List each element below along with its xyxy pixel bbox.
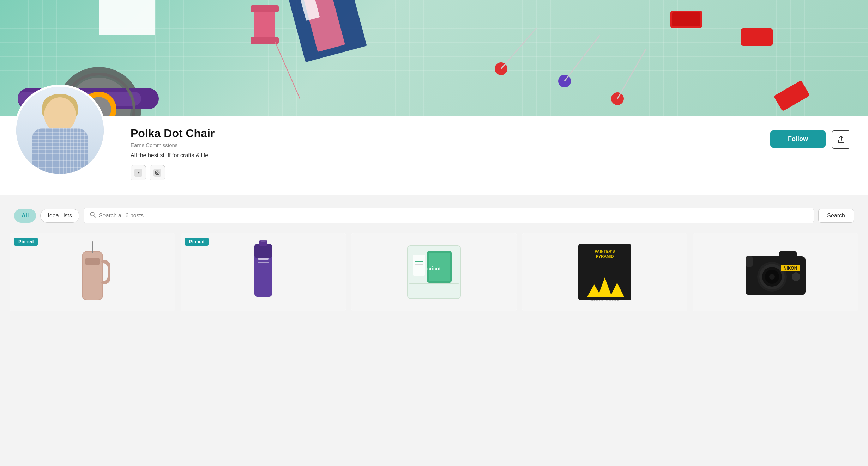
product-card-3[interactable]: cricut	[351, 233, 517, 311]
product-image-5: NIKON	[693, 233, 858, 311]
svg-rect-38	[254, 244, 272, 258]
search-input[interactable]	[99, 213, 808, 219]
nikon-camera-image: NIKON	[744, 246, 807, 299]
product-card-5[interactable]: NIKON	[693, 233, 858, 311]
profile-name: Polka Dot Chair	[131, 127, 854, 140]
svg-line-15	[501, 28, 536, 69]
svg-rect-21	[672, 12, 700, 26]
svg-rect-22	[741, 28, 773, 46]
svg-text:PAINTER'S: PAINTER'S	[595, 249, 615, 253]
svg-text:cricut: cricut	[427, 266, 441, 271]
svg-rect-68	[746, 256, 753, 267]
avatar	[14, 85, 106, 176]
share-button[interactable]	[832, 130, 850, 149]
svg-point-67	[792, 272, 800, 281]
avatar-head	[44, 97, 76, 133]
svg-point-64	[769, 274, 775, 280]
avatar-body	[32, 128, 88, 174]
youtube-icon	[134, 169, 142, 177]
svg-line-10	[275, 42, 300, 99]
pinned-badge-2: Pinned	[185, 238, 209, 246]
svg-rect-9	[251, 37, 279, 44]
svg-rect-27	[153, 169, 161, 177]
idea-lists-filter-button[interactable]: Idea Lists	[40, 209, 79, 223]
profile-bio: All the best stuff for crafts & life	[131, 152, 854, 159]
product-card-2[interactable]: Pinned	[181, 233, 346, 311]
youtube-icon-btn[interactable]	[131, 165, 146, 180]
products-grid: Pinned Pinned	[0, 231, 868, 314]
search-bar-container	[84, 208, 814, 223]
product-card-4[interactable]: PAINTER'S PYRAMID PAINT LIFT SURFACE	[522, 233, 687, 311]
svg-text:PYRAMID: PYRAMID	[596, 254, 614, 258]
filter-bar: All Idea Lists Search	[0, 201, 868, 231]
svg-line-19	[617, 49, 646, 99]
svg-text:NIKON: NIKON	[784, 266, 797, 271]
svg-rect-40	[258, 262, 269, 263]
stanley-cup-image	[75, 240, 110, 304]
svg-rect-24	[99, 0, 155, 35]
instagram-icon-btn[interactable]	[150, 165, 165, 180]
profile-section: Polka Dot Chair Earns Commissions All th…	[0, 116, 868, 195]
follow-button[interactable]: Follow	[770, 130, 826, 148]
social-icons	[131, 165, 854, 180]
share-icon	[837, 135, 845, 144]
svg-rect-42	[260, 240, 266, 242]
svg-rect-48	[413, 255, 425, 276]
profile-banner	[0, 0, 868, 116]
pinned-badge-1: Pinned	[14, 238, 38, 246]
cricut-image: cricut	[406, 244, 462, 300]
glue-tube-image	[249, 240, 277, 304]
svg-rect-39	[258, 258, 269, 260]
craft-decorations	[0, 0, 868, 116]
svg-rect-46	[409, 283, 459, 284]
svg-rect-23	[774, 80, 810, 111]
svg-line-32	[94, 215, 95, 217]
instagram-icon	[153, 169, 161, 177]
search-icon	[90, 211, 96, 220]
profile-info: Polka Dot Chair Earns Commissions All th…	[14, 116, 854, 180]
svg-line-17	[565, 35, 600, 81]
svg-rect-35	[85, 258, 100, 265]
earns-commissions-label: Earns Commissions	[131, 142, 854, 148]
all-filter-button[interactable]: All	[14, 209, 36, 223]
svg-rect-8	[251, 5, 279, 12]
painters-pyramid-image: PAINTER'S PYRAMID PAINT LIFT SURFACE	[577, 242, 633, 302]
product-card-1[interactable]: Pinned	[10, 233, 175, 311]
search-submit-button[interactable]: Search	[818, 209, 854, 223]
product-image-3: cricut	[351, 233, 517, 311]
svg-point-30	[159, 171, 159, 172]
product-image-4: PAINTER'S PYRAMID PAINT LIFT SURFACE	[522, 233, 687, 311]
svg-text:PAINT LIFT SURFACE: PAINT LIFT SURFACE	[590, 299, 619, 302]
svg-rect-59	[779, 251, 797, 258]
